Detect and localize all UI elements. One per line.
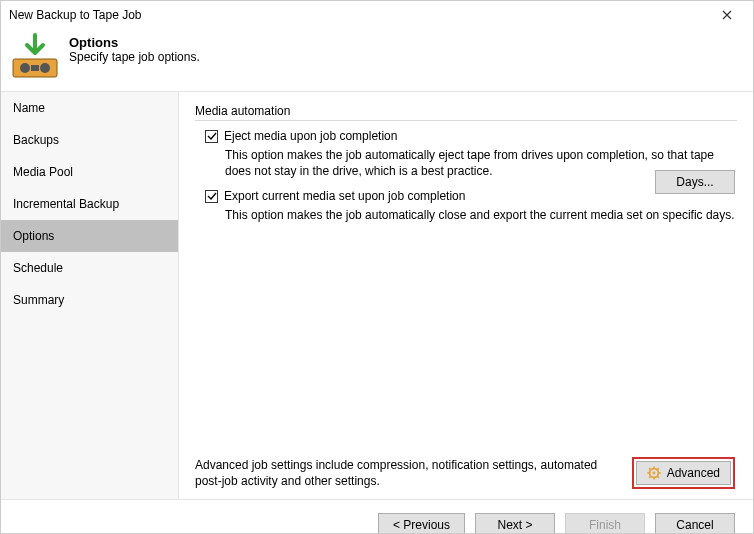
advanced-button-label: Advanced xyxy=(667,466,720,480)
gear-icon xyxy=(647,466,661,480)
group-media-automation-label: Media automation xyxy=(195,104,737,118)
advanced-button[interactable]: Advanced xyxy=(636,461,731,485)
export-media-description: This option makes the job automatically … xyxy=(225,207,735,223)
wizard-body: Name Backups Media Pool Incremental Back… xyxy=(1,91,753,499)
close-button[interactable] xyxy=(707,2,747,28)
svg-rect-3 xyxy=(31,65,39,71)
check-icon xyxy=(207,191,217,201)
days-button[interactable]: Days... xyxy=(655,170,735,194)
wizard-steps-sidebar: Name Backups Media Pool Incremental Back… xyxy=(1,92,179,499)
divider xyxy=(195,120,737,121)
svg-point-5 xyxy=(652,471,655,474)
next-button[interactable]: Next > xyxy=(475,513,555,535)
previous-button[interactable]: < Previous xyxy=(378,513,465,535)
sidebar-item-options[interactable]: Options xyxy=(1,220,178,252)
sidebar-item-schedule[interactable]: Schedule xyxy=(1,252,178,284)
sidebar-item-summary[interactable]: Summary xyxy=(1,284,178,316)
wizard-footer: < Previous Next > Finish Cancel xyxy=(1,499,753,534)
window-title: New Backup to Tape Job xyxy=(9,8,707,22)
advanced-button-highlight: Advanced xyxy=(632,457,735,489)
export-media-label: Export current media set upon job comple… xyxy=(224,189,465,203)
close-icon xyxy=(722,10,732,20)
sidebar-item-backups[interactable]: Backups xyxy=(1,124,178,156)
tape-drive-icon xyxy=(11,33,59,81)
svg-line-13 xyxy=(649,476,651,478)
svg-line-12 xyxy=(657,468,659,470)
svg-point-1 xyxy=(20,63,30,73)
page-subtitle: Specify tape job options. xyxy=(69,50,200,64)
check-icon xyxy=(207,131,217,141)
cancel-button[interactable]: Cancel xyxy=(655,513,735,535)
sidebar-item-incremental-backup[interactable]: Incremental Backup xyxy=(1,188,178,220)
sidebar-item-media-pool[interactable]: Media Pool xyxy=(1,156,178,188)
page-title: Options xyxy=(69,35,200,50)
svg-line-11 xyxy=(657,476,659,478)
svg-point-2 xyxy=(40,63,50,73)
eject-media-label: Eject media upon job completion xyxy=(224,129,397,143)
finish-button: Finish xyxy=(565,513,645,535)
eject-media-checkbox[interactable] xyxy=(205,130,218,143)
sidebar-item-name[interactable]: Name xyxy=(1,92,178,124)
advanced-description: Advanced job settings include compressio… xyxy=(195,457,620,489)
content-panel: Media automation Eject media upon job co… xyxy=(179,92,753,499)
export-media-checkbox[interactable] xyxy=(205,190,218,203)
titlebar: New Backup to Tape Job xyxy=(1,1,753,29)
svg-line-10 xyxy=(649,468,651,470)
wizard-header: Options Specify tape job options. xyxy=(1,29,753,91)
